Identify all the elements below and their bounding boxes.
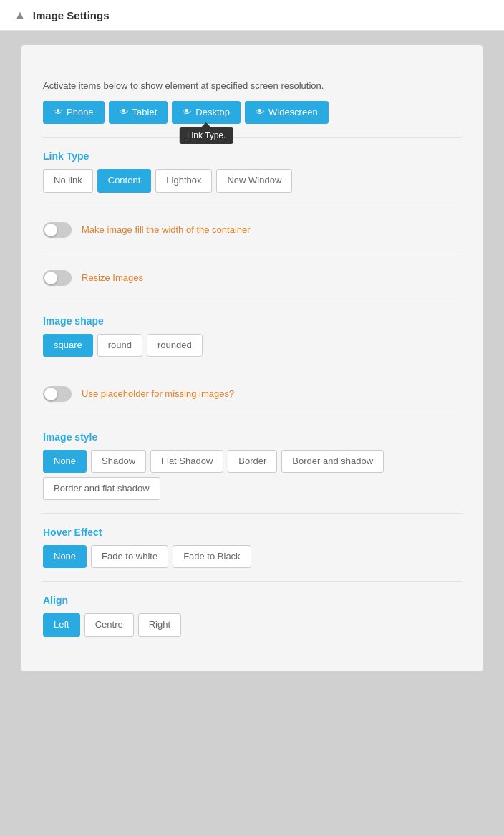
fill-width-label: Make image fill the width of the contain… — [82, 224, 251, 235]
phone-btn-wrapper: 👁 Phone — [43, 101, 105, 124]
shadow-button[interactable]: Shadow — [91, 450, 146, 473]
placeholder-label: Use placeholder for missing images? — [82, 388, 234, 399]
image-style-section: Image style None Shadow Flat Shadow Bord… — [43, 418, 461, 514]
widescreen-label: Widescreen — [268, 106, 318, 119]
resize-images-section: Resize Images — [43, 254, 461, 302]
tablet-eye-icon: 👁 — [120, 106, 129, 119]
placeholder-row: Use placeholder for missing images? — [43, 383, 461, 405]
right-align-button[interactable]: Right — [138, 613, 181, 636]
resize-images-toggle[interactable] — [43, 270, 72, 286]
settings-header: ▲ Image Settings — [0, 0, 504, 31]
link-type-section: Link Type No link Content Lightbox New W… — [43, 138, 461, 206]
image-shape-section: Image shape square round rounded — [43, 302, 461, 370]
round-button[interactable]: round — [97, 334, 142, 357]
fade-to-white-button[interactable]: Fade to white — [91, 545, 168, 568]
desktop-button[interactable]: 👁 Desktop — [172, 101, 241, 124]
fill-width-toggle[interactable] — [43, 222, 72, 238]
phone-eye-icon: 👁 — [54, 106, 63, 119]
placeholder-toggle[interactable] — [43, 386, 72, 402]
tablet-button[interactable]: 👁 Tablet — [109, 101, 168, 124]
fill-width-row: Make image fill the width of the contain… — [43, 219, 461, 241]
content-button[interactable]: Content — [97, 169, 152, 192]
none-style-button[interactable]: None — [43, 450, 87, 473]
desktop-btn-wrapper: 👁 Desktop Link Type. — [172, 101, 241, 124]
image-style-title: Image style — [43, 431, 461, 443]
new-window-button[interactable]: New Window — [216, 169, 292, 192]
desktop-eye-icon: 👁 — [183, 106, 192, 119]
phone-button[interactable]: 👁 Phone — [43, 101, 105, 124]
widescreen-button[interactable]: 👁 Widescreen — [245, 101, 329, 124]
link-type-tooltip: Link Type. — [180, 127, 233, 144]
link-type-title: Link Type — [43, 150, 461, 162]
screen-resolution-section: Activate items below to show element at … — [43, 67, 461, 138]
image-style-group: None Shadow Flat Shadow Border Border an… — [43, 450, 461, 500]
widescreen-eye-icon: 👁 — [256, 106, 265, 119]
settings-panel: Activate items below to show element at … — [21, 45, 483, 671]
resize-images-label: Resize Images — [82, 272, 143, 283]
placeholder-section: Use placeholder for missing images? — [43, 370, 461, 418]
tablet-label: Tablet — [132, 106, 158, 119]
rounded-button[interactable]: rounded — [147, 334, 203, 357]
none-hover-button[interactable]: None — [43, 545, 87, 568]
image-shape-group: square round rounded — [43, 334, 461, 357]
lightbox-button[interactable]: Lightbox — [155, 169, 212, 192]
align-title: Align — [43, 595, 461, 606]
link-type-group: No link Content Lightbox New Window — [43, 169, 461, 192]
hover-effect-title: Hover Effect — [43, 527, 461, 538]
border-button[interactable]: Border — [228, 450, 277, 473]
phone-label: Phone — [67, 106, 94, 119]
left-align-button[interactable]: Left — [43, 613, 80, 636]
centre-align-button[interactable]: Centre — [84, 613, 134, 636]
screen-btns-row: 👁 Phone 👁 Tablet 👁 Desktop Link Type. — [43, 101, 461, 124]
resize-images-row: Resize Images — [43, 267, 461, 289]
fill-width-section: Make image fill the width of the contain… — [43, 206, 461, 254]
hover-effect-section: Hover Effect None Fade to white Fade to … — [43, 514, 461, 582]
align-group: Left Centre Right — [43, 613, 461, 636]
screen-resolution-label: Activate items below to show element at … — [43, 80, 461, 92]
main-content: Activate items below to show element at … — [0, 31, 504, 686]
align-section: Align Left Centre Right — [43, 582, 461, 649]
image-shape-title: Image shape — [43, 315, 461, 327]
desktop-label: Desktop — [195, 106, 230, 119]
collapse-icon[interactable]: ▲ — [14, 9, 26, 21]
page-title: Image Settings — [33, 9, 110, 21]
flat-shadow-button[interactable]: Flat Shadow — [150, 450, 223, 473]
border-and-shadow-button[interactable]: Border and shadow — [281, 450, 384, 473]
hover-effect-group: None Fade to white Fade to Black — [43, 545, 461, 568]
border-and-flat-shadow-button[interactable]: Border and flat shadow — [43, 477, 160, 500]
no-link-button[interactable]: No link — [43, 169, 93, 192]
square-button[interactable]: square — [43, 334, 93, 357]
fade-to-black-button[interactable]: Fade to Black — [173, 545, 251, 568]
